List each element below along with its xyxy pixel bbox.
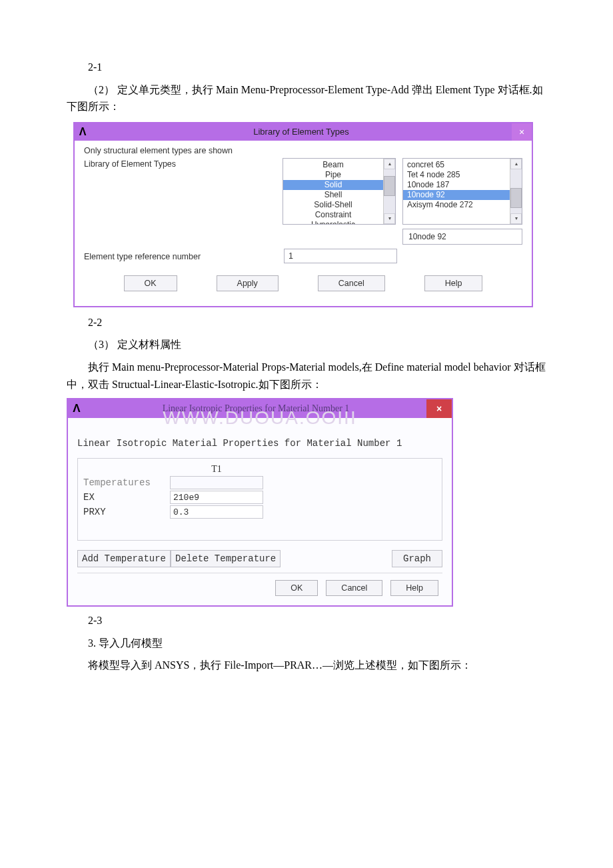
table-row: EX 210e9 [83, 491, 436, 504]
scroll-up-icon[interactable]: ▴ [384, 159, 395, 169]
table-header: T1 [83, 464, 436, 475]
prxy-input[interactable]: 0.3 [170, 505, 263, 519]
dialog-heading: Linear Isotropic Material Properties for… [77, 438, 442, 449]
close-icon[interactable]: × [426, 399, 452, 418]
ref-number-input[interactable]: 1 [284, 249, 397, 263]
list-item[interactable]: Pipe [283, 170, 383, 180]
cancel-button[interactable]: Cancel [318, 275, 385, 291]
scroll-down-icon[interactable]: ▾ [510, 213, 522, 224]
list-item[interactable]: Beam [283, 160, 383, 170]
app-logo-icon: Λ [75, 123, 91, 141]
help-button[interactable]: Help [424, 275, 483, 291]
ok-button[interactable]: OK [124, 275, 177, 291]
figure-label-2-3: 2-3 [67, 612, 546, 629]
info-label: Only structural element types are shown [84, 146, 522, 155]
library-label: Library of Element Types [84, 158, 283, 169]
selected-element-display: 10node 92 [402, 229, 522, 245]
figure-label-2-2: 2-2 [67, 314, 546, 331]
temperatures-input[interactable] [170, 476, 263, 489]
list-item[interactable]: Hyperelastic [283, 220, 383, 224]
action-buttons: OK Cancel Help [77, 573, 442, 596]
temperature-buttons: Add Temperature Delete Temperature Graph [77, 550, 442, 567]
element-listbox[interactable]: concret 65 Tet 4 node 285 10node 187 10n… [402, 158, 522, 225]
list-item[interactable]: 10node 92 [403, 190, 510, 200]
list-item[interactable]: Solid-Shell [283, 200, 383, 210]
isotropic-dialog: Λ Linear Isotropic Properties for Materi… [67, 398, 453, 607]
column-header-t1: T1 [170, 464, 263, 475]
ref-number-label: Element type reference number [84, 251, 284, 261]
prxy-label: PRXY [83, 507, 170, 517]
element-types-dialog: Λ Library of Element Types × Only struct… [73, 122, 533, 307]
list-item[interactable]: 10node 187 [403, 180, 510, 190]
graph-button[interactable]: Graph [392, 550, 442, 567]
apply-button[interactable]: Apply [217, 275, 279, 291]
category-listbox[interactable]: Beam Pipe Solid Shell Solid-Shell Constr… [283, 158, 396, 225]
figure-label-2-1: 2-1 [67, 59, 546, 76]
temperatures-label: Temperatures [83, 477, 170, 488]
paragraph-step2: （2） 定义单元类型，执行 Main Menu-Preprocessor-Ele… [67, 81, 546, 115]
list-item[interactable]: Constraint [283, 210, 383, 220]
add-temperature-button[interactable]: Add Temperature [77, 550, 171, 567]
scroll-track[interactable] [510, 169, 522, 213]
scrollbar[interactable]: ▴ ▾ [383, 159, 395, 224]
category-items: Beam Pipe Solid Shell Solid-Shell Constr… [283, 159, 383, 224]
list-item[interactable]: Solid [283, 180, 383, 190]
list-item[interactable]: Tet 4 node 285 [403, 170, 510, 180]
list-item[interactable]: Shell [283, 190, 383, 200]
paragraph-step4: 将模型导入到 ANSYS，执行 File-Import—PRAR…—浏览上述模型… [67, 657, 546, 674]
dialog-body: Only structural element types are shown … [75, 141, 532, 306]
paragraph-step3: （3） 定义材料属性 [67, 336, 546, 353]
scroll-track[interactable] [384, 169, 395, 213]
table-row: Temperatures [83, 476, 436, 489]
scroll-up-icon[interactable]: ▴ [510, 159, 522, 169]
ok-button[interactable]: OK [275, 580, 318, 596]
help-button[interactable]: Help [390, 580, 438, 596]
scroll-thumb[interactable] [384, 176, 395, 196]
cancel-button[interactable]: Cancel [326, 580, 382, 596]
scroll-down-icon[interactable]: ▾ [384, 213, 395, 224]
dialog-title: Linear Isotropic Properties for Material… [85, 403, 426, 414]
title-bar: Λ Library of Element Types × [75, 123, 532, 141]
close-icon[interactable]: × [512, 123, 532, 141]
paragraph-step3b: 执行 Main menu-Preprocessor-Material Props… [67, 359, 546, 393]
properties-table: T1 Temperatures EX 210e9 PRXY 0.3 [77, 458, 442, 541]
element-items: concret 65 Tet 4 node 285 10node 187 10n… [403, 159, 510, 224]
dialog-title: Library of Element Types [91, 127, 512, 137]
list-item[interactable]: Axisym 4node 272 [403, 200, 510, 210]
dialog-body: Linear Isotropic Material Properties for… [68, 425, 452, 605]
button-row: OK Apply Cancel Help [84, 275, 522, 297]
ex-input[interactable]: 210e9 [170, 491, 263, 504]
paragraph-step4-heading: 3. 导入几何模型 [67, 635, 546, 652]
table-row: PRXY 0.3 [83, 505, 436, 519]
ex-label: EX [83, 492, 170, 503]
list-item[interactable]: concret 65 [403, 160, 510, 170]
scrollbar[interactable]: ▴ ▾ [510, 159, 522, 224]
app-logo-icon: Λ [68, 402, 85, 415]
scroll-thumb[interactable] [510, 188, 522, 208]
delete-temperature-button[interactable]: Delete Temperature [171, 550, 281, 567]
